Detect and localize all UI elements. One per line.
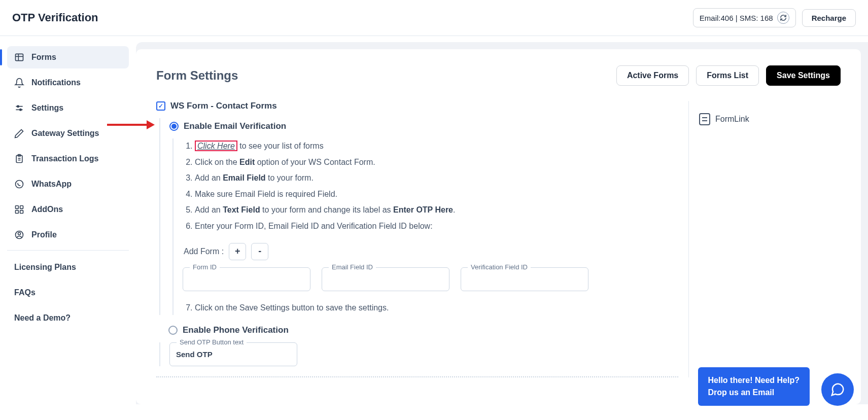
svg-point-5 <box>17 106 19 107</box>
email-field-id-input[interactable] <box>322 267 449 291</box>
instruction-1: Click Here to see your list of forms <box>195 138 678 154</box>
svg-rect-12 <box>16 206 19 209</box>
phone-verification-block: Enable Phone Verification <box>159 322 678 335</box>
page-head: Form Settings Active Forms Forms List Sa… <box>156 65 841 86</box>
pen-icon <box>14 128 24 138</box>
clipboard-icon <box>14 154 24 164</box>
radio-checked-icon[interactable] <box>169 122 179 131</box>
instruction-4: Make sure Email Field is required Field. <box>195 187 678 202</box>
svg-point-6 <box>20 109 21 111</box>
sidebar-link-faqs[interactable]: FAQs <box>7 283 129 302</box>
email-field-id-wrap: Email Field ID <box>322 267 449 291</box>
page-actions: Active Forms Forms List Save Settings <box>616 65 841 86</box>
enable-email-radio-row[interactable]: Enable Email Verification <box>169 118 678 131</box>
verification-field-id-input[interactable] <box>461 267 588 291</box>
header: OTP Verification Email:406 | SMS: 168 Re… <box>0 0 868 36</box>
save-settings-button[interactable]: Save Settings <box>766 65 841 86</box>
whatsapp-icon <box>14 179 24 189</box>
instructions: Click Here to see your list of forms Cli… <box>172 138 678 315</box>
sidebar: Forms Notifications Settings Gateway Set… <box>0 36 136 404</box>
radio-unchecked-icon[interactable] <box>168 326 178 335</box>
radio-label: Enable Phone Verification <box>183 325 289 335</box>
sidebar-item-label: AddOns <box>31 205 63 214</box>
wsform-checkbox-row[interactable]: WS Form - Contact Forms <box>156 101 678 111</box>
form-right: FormLink <box>688 101 841 377</box>
add-form-minus-button[interactable]: - <box>251 243 268 260</box>
sidebar-item-label: Gateway Settings <box>31 129 99 138</box>
bell-icon <box>14 78 24 88</box>
checkbox-label: WS Form - Contact Forms <box>170 101 277 111</box>
enable-phone-radio-row[interactable]: Enable Phone Verification <box>168 322 678 335</box>
recharge-button[interactable]: Recharge <box>802 9 856 27</box>
send-otp-input[interactable] <box>169 342 297 366</box>
form-icon <box>699 113 710 125</box>
arrow-head-icon <box>147 120 155 129</box>
add-form-label: Add Form : <box>184 247 224 256</box>
form-left: WS Form - Contact Forms Enable Email Ver… <box>156 101 678 377</box>
form-id-label: Form ID <box>190 263 220 271</box>
credits-badge: Email:406 | SMS: 168 <box>693 8 796 27</box>
sidebar-item-label: Notifications <box>31 78 81 87</box>
verification-field-id-wrap: Verification Field ID <box>461 267 588 291</box>
credits-text: Email:406 | SMS: 168 <box>700 14 773 22</box>
form-section: WS Form - Contact Forms Enable Email Ver… <box>156 101 841 377</box>
checkbox-icon[interactable] <box>156 101 165 111</box>
grid-icon <box>14 204 24 215</box>
forms-list-button[interactable]: Forms List <box>696 65 759 86</box>
sidebar-item-label: Forms <box>31 53 56 62</box>
svg-point-11 <box>16 181 23 188</box>
instruction-2: Click on the Edit option of your WS Cont… <box>195 155 678 170</box>
sidebar-link-demo[interactable]: Need a Demo? <box>7 308 129 328</box>
sidebar-item-label: Profile <box>31 230 57 239</box>
sidebar-item-notifications[interactable]: Notifications <box>7 72 129 94</box>
chat-fab[interactable] <box>821 373 854 404</box>
help-line1: Hello there! Need Help? <box>708 374 800 387</box>
sidebar-divider <box>7 250 129 251</box>
sidebar-link-licensing[interactable]: Licensing Plans <box>7 258 129 277</box>
sidebar-item-forms[interactable]: Forms <box>7 46 129 68</box>
arrow-line <box>107 124 147 126</box>
email-verification-block: Enable Email Verification Click Here to … <box>159 118 678 315</box>
sidebar-item-settings[interactable]: Settings <box>7 97 129 119</box>
formlink-row[interactable]: FormLink <box>699 113 841 125</box>
field-row: Form ID Email Field ID Verification Fiel… <box>183 267 678 291</box>
send-otp-label: Send OTP Button text <box>177 338 247 346</box>
sidebar-item-label: Transaction Logs <box>31 154 98 163</box>
instruction-7: Click on the Save Settings button to sav… <box>195 300 678 316</box>
sidebar-item-transaction-logs[interactable]: Transaction Logs <box>7 148 129 170</box>
sidebar-item-profile[interactable]: Profile <box>7 224 129 246</box>
arrow-annotation <box>107 120 155 129</box>
email-field-id-label: Email Field ID <box>329 263 376 271</box>
sidebar-item-whatsapp[interactable]: WhatsApp <box>7 173 129 195</box>
verification-field-id-label: Verification Field ID <box>468 263 531 271</box>
dotted-divider <box>156 376 678 377</box>
main: Form Settings Active Forms Forms List Sa… <box>136 42 868 404</box>
active-forms-button[interactable]: Active Forms <box>616 65 689 86</box>
svg-rect-0 <box>16 54 23 60</box>
form-settings-title: Form Settings <box>156 68 238 83</box>
refresh-icon[interactable] <box>777 12 789 24</box>
formlink-label: FormLink <box>715 115 749 124</box>
add-form-plus-button[interactable]: + <box>229 243 246 260</box>
radio-label: Enable Email Verification <box>184 121 286 131</box>
sidebar-item-addons[interactable]: AddOns <box>7 198 129 221</box>
user-icon <box>14 230 24 240</box>
help-bubble[interactable]: Hello there! Need Help? Drop us an Email <box>698 367 810 404</box>
form-id-input[interactable] <box>183 267 310 291</box>
page-title: OTP Verification <box>12 11 98 24</box>
window-icon <box>14 52 24 62</box>
main-inner: Form Settings Active Forms Forms List Sa… <box>136 49 861 404</box>
help-line2: Drop us an Email <box>708 387 800 399</box>
svg-rect-15 <box>20 211 23 214</box>
header-right: Email:406 | SMS: 168 Recharge <box>693 8 856 27</box>
svg-rect-14 <box>16 211 19 214</box>
svg-rect-13 <box>20 206 23 209</box>
add-form-row: Add Form : + - <box>183 243 678 260</box>
click-here-link[interactable]: Click Here <box>195 141 237 151</box>
sidebar-item-label: WhatsApp <box>31 180 72 189</box>
instruction-5: Add an Text Field to your form and chang… <box>195 202 678 218</box>
instruction-3: Add an Email Field to your form. <box>195 170 678 186</box>
instruction-6: Enter your Form ID, Email Field ID and V… <box>195 219 678 234</box>
send-otp-field-wrap: Send OTP Button text <box>169 342 297 366</box>
layout: Forms Notifications Settings Gateway Set… <box>0 36 868 404</box>
